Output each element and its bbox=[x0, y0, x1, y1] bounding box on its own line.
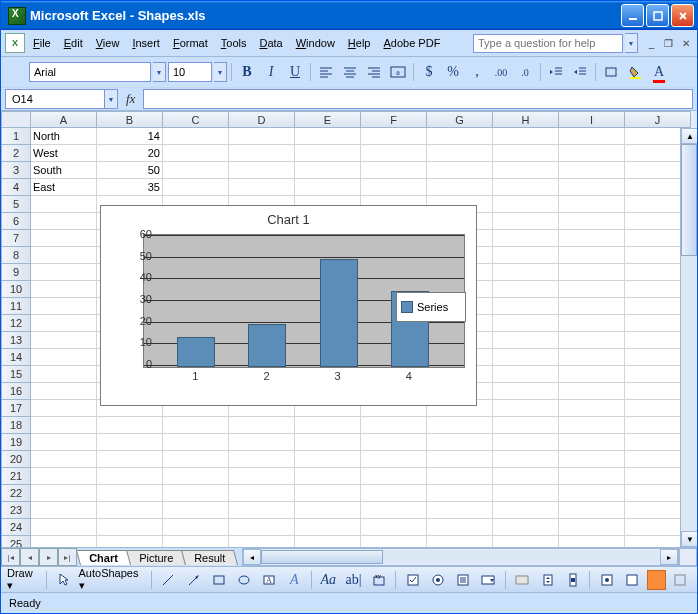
menu-help[interactable]: Help bbox=[342, 35, 377, 51]
cell-E20[interactable] bbox=[295, 451, 361, 468]
cell-I7[interactable] bbox=[559, 230, 625, 247]
cell-A20[interactable] bbox=[31, 451, 97, 468]
cell-H18[interactable] bbox=[493, 417, 559, 434]
row-header-22[interactable]: 22 bbox=[1, 485, 31, 502]
group-box-button[interactable]: xy bbox=[368, 570, 389, 590]
cell-E21[interactable] bbox=[295, 468, 361, 485]
column-header-E[interactable]: E bbox=[295, 111, 361, 128]
row-header-25[interactable]: 25 bbox=[1, 536, 31, 547]
cell-I15[interactable] bbox=[559, 366, 625, 383]
cell-A9[interactable] bbox=[31, 264, 97, 281]
cell-B23[interactable] bbox=[97, 502, 163, 519]
menu-window[interactable]: Window bbox=[290, 35, 341, 51]
chart-bar-3[interactable] bbox=[320, 259, 358, 367]
cell-C22[interactable] bbox=[163, 485, 229, 502]
cell-H23[interactable] bbox=[493, 502, 559, 519]
vertical-scrollbar[interactable]: ▲ ▼ bbox=[680, 128, 697, 547]
align-right-button[interactable] bbox=[363, 62, 385, 82]
row-header-18[interactable]: 18 bbox=[1, 417, 31, 434]
font-color-button[interactable]: A bbox=[648, 62, 670, 82]
cell-F23[interactable] bbox=[361, 502, 427, 519]
cell-H17[interactable] bbox=[493, 400, 559, 417]
cell-F2[interactable] bbox=[361, 145, 427, 162]
decrease-indent-button[interactable] bbox=[545, 62, 567, 82]
scrollbar-control-button[interactable] bbox=[562, 570, 583, 590]
cell-G25[interactable] bbox=[427, 536, 493, 547]
properties-button[interactable] bbox=[596, 570, 617, 590]
cell-H22[interactable] bbox=[493, 485, 559, 502]
cell-H12[interactable] bbox=[493, 315, 559, 332]
cell-I6[interactable] bbox=[559, 213, 625, 230]
cell-H21[interactable] bbox=[493, 468, 559, 485]
column-header-F[interactable]: F bbox=[361, 111, 427, 128]
cell-B20[interactable] bbox=[97, 451, 163, 468]
row-header-20[interactable]: 20 bbox=[1, 451, 31, 468]
cell-E22[interactable] bbox=[295, 485, 361, 502]
cell-E18[interactable] bbox=[295, 417, 361, 434]
align-center-button[interactable] bbox=[339, 62, 361, 82]
cell-G23[interactable] bbox=[427, 502, 493, 519]
vscroll-thumb[interactable] bbox=[681, 144, 697, 256]
underline-button[interactable]: U bbox=[284, 62, 306, 82]
cell-H24[interactable] bbox=[493, 519, 559, 536]
cell-H25[interactable] bbox=[493, 536, 559, 547]
cell-H15[interactable] bbox=[493, 366, 559, 383]
cell-H3[interactable] bbox=[493, 162, 559, 179]
cell-C20[interactable] bbox=[163, 451, 229, 468]
cell-G20[interactable] bbox=[427, 451, 493, 468]
cell-A8[interactable] bbox=[31, 247, 97, 264]
cell-A23[interactable] bbox=[31, 502, 97, 519]
italic-button[interactable]: I bbox=[260, 62, 282, 82]
chart-legend[interactable]: Series bbox=[396, 292, 466, 322]
sheet-tab-picture[interactable]: Picture bbox=[126, 550, 186, 565]
cell-A5[interactable] bbox=[31, 196, 97, 213]
cell-A7[interactable] bbox=[31, 230, 97, 247]
cell-D21[interactable] bbox=[229, 468, 295, 485]
cell-C25[interactable] bbox=[163, 536, 229, 547]
cell-H2[interactable] bbox=[493, 145, 559, 162]
cell-H9[interactable] bbox=[493, 264, 559, 281]
formula-input[interactable] bbox=[143, 89, 693, 109]
cell-A19[interactable] bbox=[31, 434, 97, 451]
mdi-restore[interactable]: ❐ bbox=[661, 37, 676, 50]
cell-G3[interactable] bbox=[427, 162, 493, 179]
currency-button[interactable]: $ bbox=[418, 62, 440, 82]
row-header-16[interactable]: 16 bbox=[1, 383, 31, 400]
column-header-D[interactable]: D bbox=[229, 111, 295, 128]
cell-I14[interactable] bbox=[559, 349, 625, 366]
cell-G21[interactable] bbox=[427, 468, 493, 485]
embedded-chart[interactable]: Chart 1 Series 01020304050601234 bbox=[100, 205, 477, 406]
help-dropdown-icon[interactable]: ▼ bbox=[625, 33, 638, 53]
comma-button[interactable]: , bbox=[466, 62, 488, 82]
combo-control-button[interactable] bbox=[478, 570, 499, 590]
borders-button[interactable] bbox=[600, 62, 622, 82]
cell-G22[interactable] bbox=[427, 485, 493, 502]
cell-A15[interactable] bbox=[31, 366, 97, 383]
column-header-I[interactable]: I bbox=[559, 111, 625, 128]
cell-D23[interactable] bbox=[229, 502, 295, 519]
cell-G2[interactable] bbox=[427, 145, 493, 162]
row-header-24[interactable]: 24 bbox=[1, 519, 31, 536]
close-button[interactable] bbox=[671, 4, 694, 27]
cell-D25[interactable] bbox=[229, 536, 295, 547]
mdi-minimize[interactable]: _ bbox=[644, 37, 659, 50]
cell-I22[interactable] bbox=[559, 485, 625, 502]
cell-D2[interactable] bbox=[229, 145, 295, 162]
select-all-corner[interactable] bbox=[1, 111, 31, 128]
cell-A13[interactable] bbox=[31, 332, 97, 349]
cell-I2[interactable] bbox=[559, 145, 625, 162]
cell-D4[interactable] bbox=[229, 179, 295, 196]
menu-edit[interactable]: Edit bbox=[58, 35, 89, 51]
cell-D18[interactable] bbox=[229, 417, 295, 434]
cell-C1[interactable] bbox=[163, 128, 229, 145]
cell-E24[interactable] bbox=[295, 519, 361, 536]
cell-G18[interactable] bbox=[427, 417, 493, 434]
option-control-button[interactable] bbox=[427, 570, 448, 590]
cell-B1[interactable]: 14 bbox=[97, 128, 163, 145]
cell-I3[interactable] bbox=[559, 162, 625, 179]
cell-I13[interactable] bbox=[559, 332, 625, 349]
label-button[interactable]: Aa bbox=[318, 570, 339, 590]
oval-button[interactable] bbox=[233, 570, 254, 590]
font-dropdown-icon[interactable]: ▼ bbox=[153, 62, 166, 82]
cell-A2[interactable]: West bbox=[31, 145, 97, 162]
